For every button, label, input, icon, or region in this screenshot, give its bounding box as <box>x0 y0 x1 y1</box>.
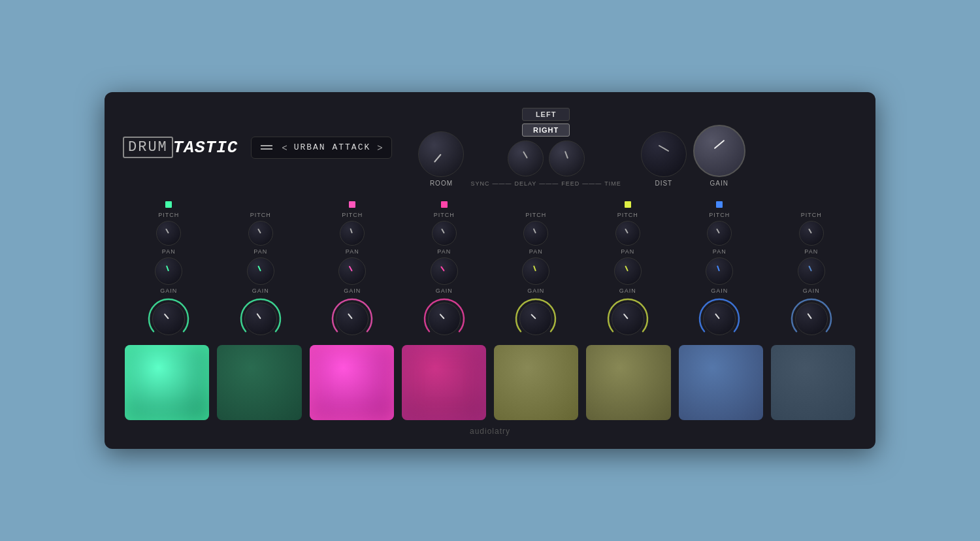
channel-5-pitch-knob[interactable] <box>523 221 548 246</box>
prev-preset-button[interactable]: < <box>282 142 287 153</box>
master-gain-knob[interactable] <box>693 125 745 177</box>
channel-7-pan-knob[interactable] <box>706 257 733 285</box>
delay-buttons: LEFT RIGHT <box>522 108 570 137</box>
logo: DRUM TASTIC <box>123 137 238 158</box>
channel-2-indicator <box>257 201 264 208</box>
pads-row <box>123 345 857 420</box>
channel-6-pitch-label: PITCH <box>617 212 638 218</box>
channel-5-pan-knob[interactable] <box>522 257 549 285</box>
channel-8-indicator <box>808 201 815 208</box>
channel-4-pitch-label: PITCH <box>434 212 455 218</box>
channel-5-gain-label: GAIN <box>527 287 544 294</box>
channel-5: PITCHPANGAIN <box>490 201 582 341</box>
channel-2-gain-knob-wrapper <box>238 297 283 341</box>
channel-3-pitch-knob[interactable] <box>340 221 365 246</box>
channel-1-indicator <box>165 201 172 208</box>
channel-8-pan-knob[interactable] <box>798 257 825 285</box>
channel-5-gain-knob[interactable] <box>519 303 552 335</box>
menu-icon <box>261 145 272 150</box>
delay-knobs-row <box>508 140 585 176</box>
master-controls: ROOM LEFT RIGHT <box>418 108 857 187</box>
master-gain-label: GAIN <box>710 180 728 187</box>
room-knob[interactable] <box>418 131 464 177</box>
channel-3: PITCHPANGAIN <box>306 201 399 341</box>
logo-tastic: TASTIC <box>173 138 238 157</box>
pad-6[interactable] <box>586 345 670 420</box>
pad-4[interactable] <box>402 345 486 420</box>
pad-7[interactable] <box>679 345 763 420</box>
right-button[interactable]: RIGHT <box>522 123 570 137</box>
channel-1-pitch-knob[interactable] <box>156 221 181 246</box>
room-knob-wrapper: ROOM <box>418 131 464 187</box>
channel-8-pitch-label: PITCH <box>801 212 822 218</box>
channel-1-pitch-label: PITCH <box>158 212 179 218</box>
room-label: ROOM <box>430 180 453 187</box>
delay-feed-knob-wrapper <box>508 140 544 176</box>
dist-knob[interactable] <box>641 131 687 177</box>
preset-selector[interactable]: < URBAN ATTACK > <box>251 137 392 159</box>
channel-1-gain-knob[interactable] <box>152 303 185 335</box>
channel-8-gain-knob[interactable] <box>795 303 828 335</box>
pad-5[interactable] <box>494 345 578 420</box>
channel-6-gain-label: GAIN <box>619 287 636 294</box>
channel-8-pan-label: PAN <box>804 248 818 255</box>
channel-1-pan-knob[interactable] <box>155 257 182 285</box>
delay-section: LEFT RIGHT SYNC <box>470 108 621 187</box>
channel-3-pan-knob[interactable] <box>338 257 366 285</box>
delay-time-knob[interactable] <box>549 140 585 176</box>
logo-drum: DRUM <box>123 137 173 158</box>
channel-7-gain-knob[interactable] <box>703 303 736 335</box>
channel-4-gain-knob-wrapper <box>422 297 466 341</box>
dist-label: DIST <box>655 180 672 187</box>
channel-4-gain-label: GAIN <box>436 287 453 294</box>
channel-4: PITCHPANGAIN <box>399 201 491 341</box>
channel-6: PITCHPANGAIN <box>582 201 674 341</box>
channel-2-pitch-knob[interactable] <box>248 221 273 246</box>
channel-1-pan-label: PAN <box>162 248 176 255</box>
channel-6-pan-label: PAN <box>621 248 634 255</box>
channel-7-gain-label: GAIN <box>711 287 728 294</box>
sync-label: SYNC <box>470 180 489 187</box>
dist-knob-wrapper: DIST <box>641 131 687 187</box>
delay-feed-knob[interactable] <box>508 140 544 176</box>
channel-5-pitch-label: PITCH <box>525 212 546 218</box>
channel-3-indicator <box>349 201 355 208</box>
channel-4-pitch-knob[interactable] <box>432 221 457 246</box>
channel-2-pan-knob[interactable] <box>247 257 274 285</box>
channel-6-pan-knob[interactable] <box>614 257 642 285</box>
header: DRUM TASTIC < URBAN ATTACK > ROOM <box>123 108 857 187</box>
brand-label: audiolatry <box>470 427 510 436</box>
channel-8-pitch-knob[interactable] <box>799 221 824 246</box>
channel-6-gain-knob[interactable] <box>612 303 644 335</box>
pad-2[interactable] <box>217 345 301 420</box>
master-gain-knob-wrapper: GAIN <box>693 125 745 187</box>
channel-1-gain-label: GAIN <box>160 287 177 294</box>
delay-time-knob-wrapper <box>549 140 585 176</box>
pad-3[interactable] <box>310 345 394 420</box>
channel-2-gain-label: GAIN <box>252 287 269 294</box>
channel-1: PITCHPANGAIN <box>123 201 215 341</box>
channel-7-pitch-knob[interactable] <box>707 221 732 246</box>
delay-label-row: SYNC ——— DELAY ——— FEED ——— TIME <box>470 180 621 187</box>
channel-4-gain-knob[interactable] <box>428 303 461 335</box>
channel-7: PITCHPANGAIN <box>674 201 766 341</box>
left-button[interactable]: LEFT <box>522 108 570 121</box>
channel-7-gain-knob-wrapper <box>697 297 742 341</box>
channel-7-indicator <box>716 201 723 208</box>
channel-6-pitch-knob[interactable] <box>615 221 640 246</box>
channel-4-pan-knob[interactable] <box>431 257 458 285</box>
pad-1[interactable] <box>125 345 209 420</box>
channel-8-gain-knob-wrapper <box>789 297 834 341</box>
channel-2-pitch-label: PITCH <box>250 212 271 218</box>
footer: audiolatry <box>123 427 857 436</box>
channel-2-gain-knob[interactable] <box>244 303 277 335</box>
channel-3-gain-knob[interactable] <box>336 303 368 335</box>
channel-8: PITCHPANGAIN <box>766 201 858 341</box>
channel-3-gain-label: GAIN <box>344 287 361 294</box>
time-label: TIME <box>604 180 621 187</box>
channel-3-gain-knob-wrapper <box>330 297 374 341</box>
next-preset-button[interactable]: > <box>377 142 382 153</box>
channels-grid: PITCHPANGAINPITCHPANGAINPITCHPANGAINPITC… <box>123 201 857 341</box>
channel-5-indicator <box>532 201 539 208</box>
pad-8[interactable] <box>771 345 855 420</box>
